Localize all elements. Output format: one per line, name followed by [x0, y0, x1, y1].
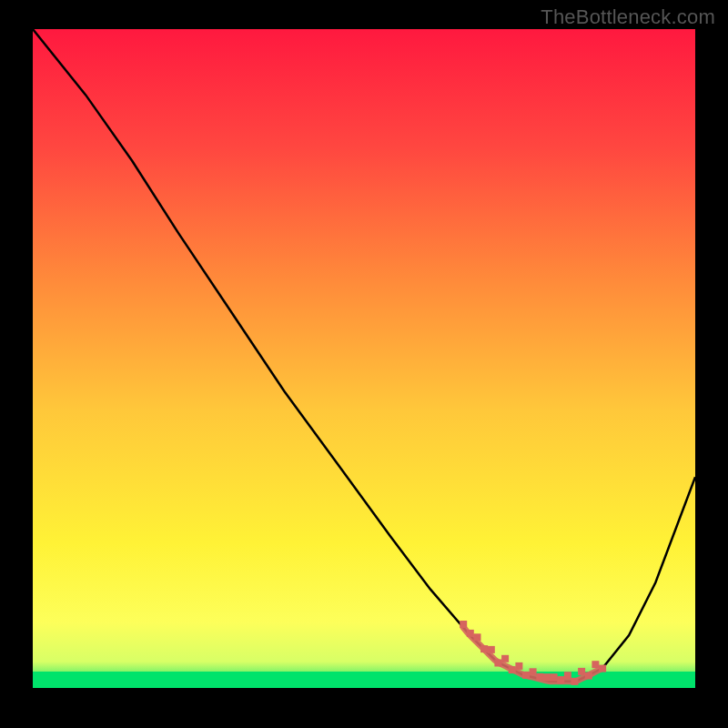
watermark-text: TheBottleneck.com — [541, 5, 715, 29]
chart-background — [33, 29, 695, 688]
chart-svg — [33, 29, 695, 688]
chart-canvas — [33, 29, 695, 688]
highlight-dot — [564, 672, 571, 679]
